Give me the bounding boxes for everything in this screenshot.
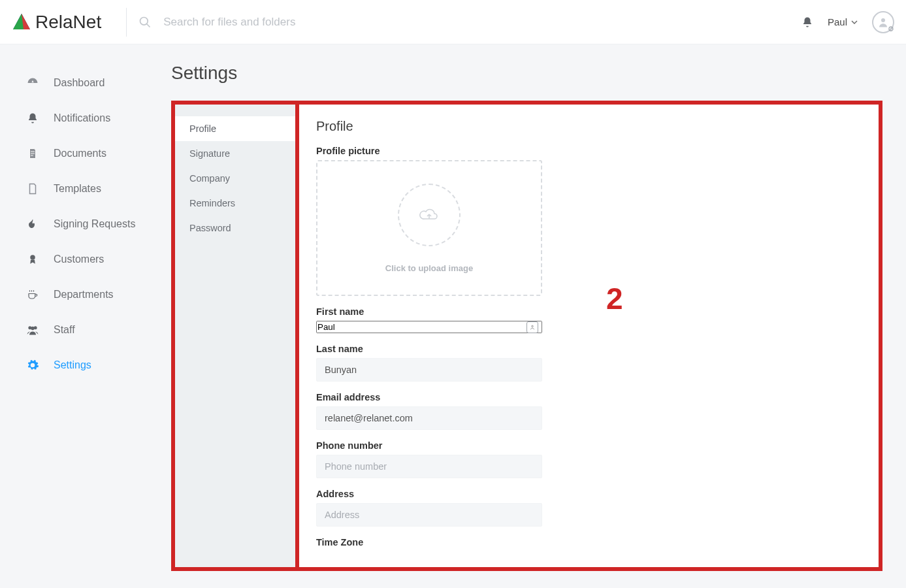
sidebar-item-label: Settings	[54, 359, 91, 371]
field-timezone: Time Zone	[316, 537, 862, 547]
sidebar-item-label: Staff	[54, 324, 75, 336]
header-right: Paul ⚙	[801, 11, 894, 33]
field-profile-picture: Profile picture Click to upload image	[316, 146, 862, 296]
sidebar-item-documents[interactable]: Documents	[26, 136, 171, 171]
user-menu[interactable]: Paul	[828, 16, 858, 27]
search-input[interactable]	[163, 16, 425, 29]
sidebar-item-label: Documents	[54, 148, 106, 159]
global-search[interactable]	[138, 16, 801, 29]
sidebar-nav: Dashboard Notifications Documents Templa…	[0, 44, 171, 588]
bell-icon	[26, 112, 39, 124]
settings-tab-profile[interactable]: Profile	[175, 116, 295, 141]
panel-heading: Profile	[316, 119, 862, 134]
gear-icon: ⚙	[888, 25, 894, 33]
document-icon	[26, 148, 39, 159]
field-last-name: Last name	[316, 344, 862, 382]
user-name-label: Paul	[828, 16, 847, 27]
settings-tab-signature[interactable]: Signature	[175, 141, 295, 166]
gauge-icon	[26, 76, 39, 90]
profile-picture-label: Profile picture	[316, 146, 862, 156]
address-input[interactable]	[316, 503, 542, 527]
sidebar-item-signing-requests[interactable]: Signing Requests	[26, 206, 171, 242]
chevron-down-icon	[851, 19, 858, 25]
sidebar-item-customers[interactable]: Customers	[26, 242, 171, 277]
header-divider	[126, 8, 127, 37]
first-name-label: First name	[316, 306, 862, 317]
last-name-label: Last name	[316, 344, 862, 354]
avatar[interactable]: ⚙	[872, 11, 894, 33]
sidebar-item-settings[interactable]: Settings	[26, 348, 171, 383]
file-icon	[26, 183, 39, 195]
email-label: Email address	[316, 392, 862, 402]
group-icon	[26, 324, 39, 336]
first-name-input[interactable]	[316, 321, 542, 333]
coffee-icon	[26, 289, 39, 301]
sidebar-item-dashboard[interactable]: Dashboard	[26, 65, 171, 101]
badge-icon	[26, 253, 39, 265]
sidebar-item-departments[interactable]: Departments	[26, 277, 171, 312]
sidebar-item-label: Signing Requests	[54, 218, 135, 230]
relanet-logo-icon	[12, 12, 31, 32]
search-icon	[138, 16, 152, 29]
settings-tab-company[interactable]: Company	[175, 166, 295, 191]
svg-point-6	[30, 255, 35, 260]
bell-icon[interactable]	[801, 16, 813, 28]
svg-point-5	[881, 18, 885, 22]
field-email: Email address	[316, 392, 862, 430]
page-title: Settings	[171, 63, 882, 84]
sidebar-item-staff[interactable]: Staff	[26, 312, 171, 348]
svg-point-9	[31, 327, 34, 330]
field-first-name: First name	[316, 306, 862, 333]
settings-tab-password[interactable]: Password	[175, 216, 295, 240]
settings-card: 1 2 Profile Signature Company Reminders …	[171, 101, 882, 571]
svg-point-3	[140, 17, 148, 25]
settings-tab-reminders[interactable]: Reminders	[175, 191, 295, 216]
app-header: RelaNet Paul ⚙	[0, 0, 906, 44]
cloud-upload-icon	[419, 207, 439, 223]
contact-card-icon[interactable]	[526, 321, 538, 333]
address-label: Address	[316, 489, 862, 499]
brand-name: RelaNet	[35, 12, 101, 33]
email-input[interactable]	[316, 406, 542, 430]
svg-point-10	[532, 325, 534, 327]
main-column: Settings 1 2 Profile Signature Company R…	[171, 44, 906, 588]
field-address: Address	[316, 489, 862, 527]
sidebar-item-label: Templates	[54, 183, 101, 195]
brand-logo[interactable]: RelaNet	[12, 12, 101, 33]
upload-circle	[398, 184, 461, 246]
svg-line-4	[147, 24, 150, 27]
upload-dropzone[interactable]: Click to upload image	[316, 160, 542, 296]
sidebar-item-label: Dashboard	[54, 77, 105, 89]
sidebar-item-label: Departments	[54, 289, 114, 301]
phone-label: Phone number	[316, 440, 862, 451]
last-name-input[interactable]	[316, 358, 542, 382]
sidebar-item-label: Notifications	[54, 112, 110, 124]
phone-input[interactable]	[316, 455, 542, 478]
gear-icon	[26, 359, 39, 372]
sidebar-item-templates[interactable]: Templates	[26, 171, 171, 206]
profile-panel: Profile Profile picture Click to upload …	[299, 105, 879, 567]
upload-hint-text: Click to upload image	[385, 263, 473, 273]
field-phone: Phone number	[316, 440, 862, 478]
settings-tabs: Profile Signature Company Reminders Pass…	[175, 105, 299, 567]
sidebar-item-notifications[interactable]: Notifications	[26, 101, 171, 136]
sidebar-item-label: Customers	[54, 253, 104, 265]
timezone-label: Time Zone	[316, 537, 862, 547]
flame-icon	[26, 218, 39, 230]
